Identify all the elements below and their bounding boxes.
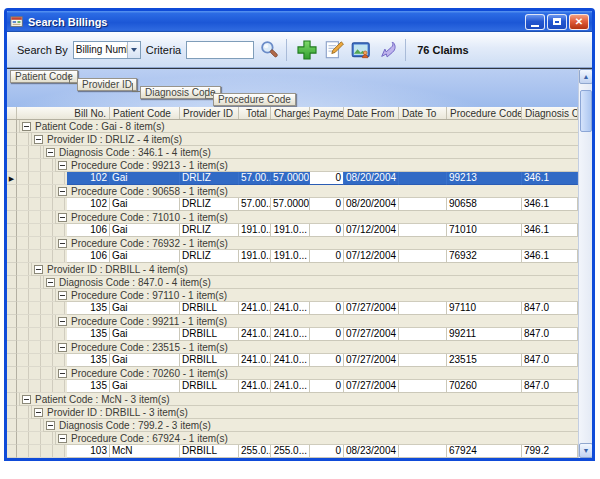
cell-charges[interactable]: 57.0000 <box>271 198 310 211</box>
group-header[interactable]: Procedure Code : 76932 - 1 item(s) <box>55 237 578 250</box>
group-row[interactable]: Diagnosis Code : 847.0 - 4 item(s) <box>7 276 578 289</box>
cell-date_to[interactable] <box>399 224 447 237</box>
cell-date_to[interactable] <box>399 328 447 341</box>
row-indicator[interactable] <box>7 211 17 224</box>
collapse-icon[interactable] <box>58 317 67 326</box>
cell-charges[interactable]: 241.0... <box>271 354 310 367</box>
cell-patient_code[interactable]: Gai <box>110 250 180 263</box>
cell-diagnosis_code[interactable]: 799.2 <box>522 445 578 458</box>
row-indicator[interactable] <box>7 276 17 289</box>
row-indicator[interactable]: ▶ <box>7 172 17 185</box>
group-header[interactable]: Procedure Code : 90658 - 1 item(s) <box>55 185 578 198</box>
group-tab-provider-id[interactable]: Provider ID <box>77 78 137 91</box>
collapse-icon[interactable] <box>58 239 67 248</box>
group-header[interactable]: Diagnosis Code : 346.1 - 4 item(s) <box>43 146 578 159</box>
cell-provider_id[interactable]: DRLIZ <box>180 224 239 237</box>
cell-bill_no[interactable]: 106 <box>67 224 110 237</box>
row-indicator[interactable] <box>7 263 17 276</box>
cell-total[interactable]: 241.0... <box>239 302 271 315</box>
row-indicator[interactable] <box>7 380 17 393</box>
cell-total[interactable]: 191.0... <box>239 250 271 263</box>
cell-patient_code[interactable]: Gai <box>110 380 180 393</box>
cell-charges[interactable]: 191.0... <box>271 250 310 263</box>
cell-date_from[interactable]: 07/27/2004 <box>344 302 399 315</box>
group-row[interactable]: Provider ID : DRLIZ - 4 item(s) <box>7 133 578 146</box>
cell-provider_id[interactable]: DRBILL <box>180 380 239 393</box>
row-indicator[interactable] <box>7 302 17 315</box>
search-by-select[interactable]: Billing Number <box>73 41 141 59</box>
cell-procedure_code[interactable]: 97110 <box>447 302 522 315</box>
minimize-button[interactable] <box>525 14 545 30</box>
group-row[interactable]: Patient Code : McN - 3 item(s) <box>7 393 578 406</box>
row-indicator[interactable] <box>7 315 17 328</box>
group-row[interactable]: Provider ID : DRBILL - 3 item(s) <box>7 406 578 419</box>
cell-patient_code[interactable]: Gai <box>110 172 180 185</box>
cell-date_to[interactable] <box>399 380 447 393</box>
cell-total[interactable]: 255.0... <box>239 445 271 458</box>
column-header-procedure-code[interactable]: Procedure Code <box>447 107 522 119</box>
cell-provider_id[interactable]: DRBILL <box>180 445 239 458</box>
maximize-button[interactable] <box>547 14 567 30</box>
cell-payments[interactable]: 0 <box>310 250 344 263</box>
vertical-scrollbar[interactable]: ▲ ▼ <box>578 69 592 458</box>
cell-total[interactable]: 191.0... <box>239 224 271 237</box>
collapse-icon[interactable] <box>46 421 55 430</box>
column-header-payments[interactable]: Payme... <box>310 107 344 119</box>
collapse-icon[interactable] <box>22 395 31 404</box>
scroll-down-icon[interactable]: ▼ <box>579 443 592 458</box>
cell-bill_no[interactable]: 102 <box>67 172 110 185</box>
row-indicator[interactable] <box>7 393 17 406</box>
cell-date_to[interactable] <box>399 198 447 211</box>
cell-charges[interactable]: 255.0... <box>271 445 310 458</box>
collapse-icon[interactable] <box>58 434 67 443</box>
group-header[interactable]: Procedure Code : 67924 - 1 item(s) <box>55 432 578 445</box>
cell-patient_code[interactable]: Gai <box>110 328 180 341</box>
cell-date_to[interactable] <box>399 445 447 458</box>
group-header[interactable]: Diagnosis Code : 847.0 - 4 item(s) <box>43 276 578 289</box>
cell-total[interactable]: 57.00... <box>239 172 271 185</box>
cell-procedure_code[interactable]: 76932 <box>447 250 522 263</box>
row-indicator[interactable] <box>7 289 17 302</box>
collapse-icon[interactable] <box>58 343 67 352</box>
table-row[interactable]: 135GaiDRBILL241.0...241.0...007/27/20049… <box>7 328 578 341</box>
table-row[interactable]: 135GaiDRBILL241.0...241.0...007/27/20047… <box>7 380 578 393</box>
cell-bill_no[interactable]: 135 <box>67 354 110 367</box>
add-button[interactable] <box>295 38 319 62</box>
group-header[interactable]: Procedure Code : 70260 - 1 item(s) <box>55 367 578 380</box>
row-indicator[interactable] <box>7 120 17 133</box>
criteria-input[interactable] <box>186 41 254 59</box>
cell-date_from[interactable]: 07/27/2004 <box>344 328 399 341</box>
group-header[interactable]: Procedure Code : 97110 - 1 item(s) <box>55 289 578 302</box>
cell-date_from[interactable]: 08/20/2004 <box>344 172 399 185</box>
cell-bill_no[interactable]: 135 <box>67 328 110 341</box>
cell-patient_code[interactable]: McN <box>110 445 180 458</box>
table-row[interactable]: ▶102GaiDRLIZ57.00...57.0000008/20/200499… <box>7 172 578 185</box>
group-header[interactable]: Procedure Code : 71010 - 1 item(s) <box>55 211 578 224</box>
cell-payments[interactable]: 0 <box>310 445 344 458</box>
column-header-charges[interactable]: Charges <box>271 107 310 119</box>
cell-date_from[interactable]: 07/27/2004 <box>344 380 399 393</box>
group-header[interactable]: Provider ID : DRLIZ - 4 item(s) <box>31 133 578 146</box>
cell-bill_no[interactable]: 103 <box>67 445 110 458</box>
cell-patient_code[interactable]: Gai <box>110 302 180 315</box>
column-header-provider-id[interactable]: Provider ID <box>180 107 239 119</box>
row-indicator[interactable] <box>7 406 17 419</box>
group-header[interactable]: Patient Code : Gai - 8 item(s) <box>19 120 578 133</box>
cell-date_to[interactable] <box>399 250 447 263</box>
edit-button[interactable] <box>322 38 346 62</box>
collapse-icon[interactable] <box>58 291 67 300</box>
row-indicator[interactable] <box>7 250 17 263</box>
cell-procedure_code[interactable]: 67924 <box>447 445 522 458</box>
cell-charges[interactable]: 241.0... <box>271 302 310 315</box>
cell-date_from[interactable]: 07/12/2004 <box>344 250 399 263</box>
cell-procedure_code[interactable]: 90658 <box>447 198 522 211</box>
group-row[interactable]: Procedure Code : 76932 - 1 item(s) <box>7 237 578 250</box>
group-row[interactable]: Provider ID : DRBILL - 4 item(s) <box>7 263 578 276</box>
column-header-total[interactable]: Total <box>239 107 271 119</box>
row-indicator[interactable] <box>7 224 17 237</box>
cell-total[interactable]: 241.0... <box>239 380 271 393</box>
group-header[interactable]: Diagnosis Code : 799.2 - 3 item(s) <box>43 419 578 432</box>
cell-diagnosis_code[interactable]: 346.1 <box>522 250 578 263</box>
cell-procedure_code[interactable]: 99213 <box>447 172 522 185</box>
cell-diagnosis_code[interactable]: 847.0 <box>522 328 578 341</box>
